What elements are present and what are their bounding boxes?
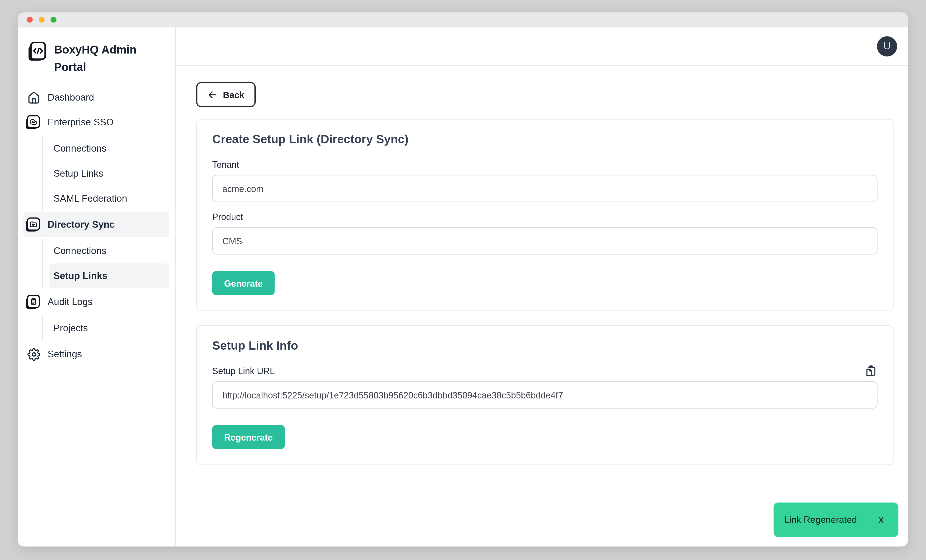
- sidebar-item-settings[interactable]: Settings: [23, 342, 169, 367]
- app-window: BoxyHQ Admin Portal Dashboard: [18, 12, 908, 546]
- boxyhq-logo-icon: [27, 42, 46, 64]
- sidebar-item-label: Directory Sync: [48, 219, 115, 230]
- directory-sync-subnav: Connections Setup Links: [42, 238, 176, 288]
- arrow-left-icon: [207, 89, 218, 100]
- create-setup-link-card: Create Setup Link (Directory Sync) Tenan…: [196, 119, 894, 311]
- setup-link-info-card: Setup Link Info Setup Link URL: [196, 325, 894, 465]
- minimize-window-button[interactable]: [39, 17, 45, 23]
- sidebar-subitem-projects[interactable]: Projects: [49, 316, 169, 341]
- sidebar-subitem-saml-federation[interactable]: SAML Federation: [49, 186, 169, 211]
- sidebar-subitem-dsync-connections[interactable]: Connections: [49, 238, 169, 263]
- back-button-label: Back: [223, 89, 244, 100]
- window-titlebar: [18, 12, 908, 27]
- page-content: Back Create Setup Link (Directory Sync) …: [176, 66, 908, 465]
- sidebar-item-label: Enterprise SSO: [48, 117, 114, 128]
- sidebar-subitem-sso-setup-links[interactable]: Setup Links: [49, 161, 169, 186]
- main-area: U Back Create Setup Link (Directory Sync…: [176, 27, 908, 546]
- sidebar-item-audit-logs[interactable]: Audit Logs: [23, 290, 169, 315]
- home-icon: [27, 91, 40, 104]
- product-input[interactable]: [212, 227, 878, 254]
- sidebar-item-enterprise-sso[interactable]: Enterprise SSO: [23, 110, 169, 135]
- audit-logs-keycap-icon: [27, 293, 40, 311]
- sso-keycap-icon: [27, 114, 40, 131]
- main-header: U: [176, 27, 908, 66]
- brand-title: BoxyHQ Admin Portal: [54, 42, 143, 76]
- sidebar-item-label: Settings: [48, 349, 82, 360]
- toast-close-button[interactable]: X: [878, 515, 884, 525]
- setup-link-url-row: Setup Link URL: [212, 353, 878, 381]
- info-card-title: Setup Link Info: [212, 339, 878, 353]
- close-window-button[interactable]: [27, 17, 33, 23]
- sidebar-subitem-dsync-setup-links[interactable]: Setup Links: [49, 263, 169, 288]
- back-button[interactable]: Back: [196, 82, 256, 107]
- brand: BoxyHQ Admin Portal: [18, 42, 176, 76]
- sidebar-item-label: Audit Logs: [48, 297, 92, 307]
- sidebar: BoxyHQ Admin Portal Dashboard: [18, 27, 176, 546]
- window-content: BoxyHQ Admin Portal Dashboard: [18, 27, 908, 546]
- desktop-background: BoxyHQ Admin Portal Dashboard: [0, 0, 926, 560]
- copy-to-clipboard-button[interactable]: [865, 365, 878, 378]
- sidebar-item-label: Dashboard: [48, 92, 94, 103]
- tenant-label: Tenant: [212, 159, 878, 170]
- user-avatar-button[interactable]: U: [877, 36, 897, 56]
- gear-icon: [27, 348, 40, 361]
- generate-button[interactable]: Generate: [212, 271, 275, 295]
- zoom-window-button[interactable]: [50, 17, 56, 23]
- toast-message: Link Regenerated: [784, 515, 857, 525]
- sidebar-item-directory-sync[interactable]: Directory Sync: [23, 212, 169, 238]
- copy-clipboard-icon: [865, 371, 878, 379]
- toast-notification: Link Regenerated X: [773, 502, 898, 537]
- setup-link-url-input[interactable]: [212, 381, 878, 409]
- setup-link-url-label: Setup Link URL: [212, 366, 275, 376]
- regenerate-button[interactable]: Regenerate: [212, 425, 284, 449]
- enterprise-sso-subnav: Connections Setup Links SAML Federation: [42, 136, 176, 211]
- audit-logs-subnav: Projects: [42, 316, 176, 341]
- create-card-title: Create Setup Link (Directory Sync): [212, 133, 878, 146]
- sidebar-nav: Dashboard: [18, 85, 176, 367]
- directory-sync-keycap-icon: [27, 216, 40, 234]
- tenant-input[interactable]: [212, 175, 878, 202]
- sidebar-subitem-sso-connections[interactable]: Connections: [49, 136, 169, 161]
- product-label: Product: [212, 212, 878, 222]
- sidebar-item-dashboard[interactable]: Dashboard: [23, 85, 169, 110]
